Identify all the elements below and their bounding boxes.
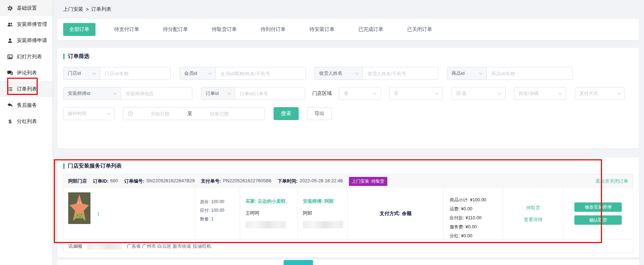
refund-close-link[interactable]: 退款并关闭订单 bbox=[596, 178, 628, 184]
subtotal-line: 商品小计: ¥100.00 bbox=[449, 196, 501, 205]
date-range-picker[interactable]: 至 bbox=[123, 107, 265, 120]
chevron-down-icon bbox=[435, 91, 439, 95]
receiver-filter-group: 收货人姓名 bbox=[314, 67, 438, 80]
payable-line: 应付款: ¥110.00 bbox=[449, 214, 501, 223]
street-select[interactable]: 街道/乡镇 bbox=[514, 87, 566, 100]
member-id-select[interactable]: 订单id会员id bbox=[180, 67, 216, 79]
export-button[interactable]: 导出 bbox=[307, 107, 332, 120]
chevron-down-icon bbox=[208, 71, 212, 74]
buyer-name: 王呵呵 bbox=[246, 210, 295, 216]
order-no-field: 订单编号:SN2205261622647B29 bbox=[124, 178, 195, 184]
product-id-select[interactable]: 商品id bbox=[447, 67, 487, 79]
order-table: 阿部门店 订单ID:680 订单编号:SN2205261622647B29 支付… bbox=[63, 174, 633, 253]
order-list-icon bbox=[7, 86, 13, 92]
chevron-down-icon bbox=[617, 91, 621, 95]
installer-phone-redacted bbox=[303, 221, 343, 228]
order-status-tabs: 全部订单 待支付订单 待分配订单 待取货订单 待到付订单 待安装订单 已完成订单… bbox=[57, 19, 639, 40]
end-date-input[interactable] bbox=[194, 111, 244, 116]
receiver-name-select[interactable]: 收货人姓名 bbox=[315, 67, 363, 79]
tab-all-orders[interactable]: 全部订单 bbox=[63, 23, 95, 36]
installer-cell: 安装师傅: 阿部 阿部 bbox=[298, 188, 348, 239]
order-id-select[interactable]: 订单id bbox=[201, 87, 235, 100]
title-accent-bar bbox=[63, 163, 65, 169]
installer-id-select[interactable]: 安装师傅id bbox=[64, 87, 121, 100]
product-filter-group: 商品id bbox=[447, 67, 573, 80]
district-select[interactable]: 区/县 bbox=[452, 87, 505, 100]
receiver-search-input[interactable] bbox=[363, 67, 438, 79]
confirm-pickup-button[interactable]: 确认取货 bbox=[574, 215, 622, 225]
sidebar-item-label: 基础设置 bbox=[17, 5, 37, 12]
chevron-down-icon bbox=[479, 71, 483, 74]
order-header-row: 阿部门店 订单ID:680 订单编号:SN2205261622647B29 支付… bbox=[64, 174, 633, 188]
sidebar-item-basic-settings[interactable]: 基础设置 bbox=[0, 0, 52, 16]
pay-method-select[interactable]: 支付方式 bbox=[575, 87, 625, 100]
service-fee-line: 服务费: ¥0.00 bbox=[449, 223, 501, 232]
receiver-address: 广东省 广州市 白云区 新市街道 拉油司机 bbox=[127, 243, 211, 250]
breadcrumb: 上门安装 > 订单列表 bbox=[57, 0, 639, 19]
quantity-text: 1 bbox=[97, 211, 99, 239]
chevron-down-icon bbox=[355, 71, 359, 74]
tab-pending-cod[interactable]: 待到付订单 bbox=[256, 23, 291, 36]
clock-icon bbox=[128, 111, 133, 116]
amounts-cell: 商品小计: ¥100.00 运费: ¥0.00 应付款: ¥110.00 服务费… bbox=[444, 188, 503, 239]
view-detail-link[interactable]: 查看详情 bbox=[524, 216, 542, 223]
title-accent-bar bbox=[63, 54, 65, 59]
cut-off-teal-button[interactable] bbox=[284, 260, 313, 265]
tab-completed[interactable]: 已完成订单 bbox=[353, 23, 388, 36]
tab-pending-payment[interactable]: 待支付订单 bbox=[109, 23, 144, 36]
operate-time-select[interactable]: 操作时间 bbox=[63, 107, 115, 120]
chevron-down-icon bbox=[228, 91, 231, 95]
filter-row-2: 安装师傅id 订单id 门店区域 省 市 区/县 街道/乡镇 支付方式 bbox=[63, 87, 633, 100]
region-label: 门店区域 bbox=[312, 90, 332, 97]
comments-icon bbox=[7, 70, 13, 76]
product-cell: 1 bbox=[64, 188, 195, 239]
chevron-down-icon bbox=[559, 91, 562, 95]
breadcrumb-separator: > bbox=[86, 6, 89, 12]
order-search-input[interactable] bbox=[235, 87, 305, 100]
installer-filter-group: 安装师傅id bbox=[63, 87, 192, 100]
filter-row-1: 门店id 订单id会员id 收货人姓名 商品id bbox=[63, 67, 633, 80]
modify-installer-button[interactable]: 修改安装师傅 bbox=[574, 202, 622, 212]
tab-pending-assignment[interactable]: 待分配订单 bbox=[158, 23, 193, 36]
sidebar-item-installer-management[interactable]: 安装师傅管理 bbox=[0, 16, 52, 32]
pagination-strip bbox=[57, 260, 639, 265]
status-badge: 上门安装 :待取货 bbox=[349, 177, 387, 186]
pay-method-cell: 支付方式: 余额 bbox=[347, 188, 444, 239]
sidebar-item-after-sale[interactable]: 售后服务 bbox=[0, 97, 52, 113]
sidebar-item-dividend[interactable]: $ 分红列表 bbox=[0, 113, 52, 129]
member-search-input[interactable] bbox=[216, 67, 305, 79]
tab-closed[interactable]: 已关闭订单 bbox=[402, 23, 437, 36]
chevron-down-icon bbox=[93, 71, 96, 74]
date-range-separator: 至 bbox=[187, 110, 192, 117]
search-button[interactable]: 搜索 bbox=[274, 107, 299, 120]
product-search-input[interactable] bbox=[487, 67, 572, 79]
province-select[interactable]: 省 bbox=[339, 87, 381, 100]
start-date-input[interactable] bbox=[135, 111, 185, 116]
sidebar-item-label: 分红列表 bbox=[17, 118, 37, 125]
tab-pending-install[interactable]: 待安装订单 bbox=[304, 23, 340, 36]
after-sale-icon bbox=[7, 102, 13, 108]
installer-search-input[interactable] bbox=[121, 87, 192, 100]
sidebar-item-installer-apply[interactable]: 安装师傅申请 bbox=[0, 32, 52, 49]
city-select[interactable]: 市 bbox=[389, 87, 443, 100]
pending-pickup-status: 待取货 bbox=[526, 205, 540, 211]
status-cell: 待取货 查看详情 bbox=[503, 188, 563, 239]
slides-icon bbox=[7, 54, 13, 60]
tab-pending-pickup[interactable]: 待取货订单 bbox=[207, 23, 242, 36]
sidebar-item-order-list[interactable]: 订单列表 bbox=[0, 81, 52, 97]
order-list-panel: 门店安装服务订单列表 阿部门店 订单ID:680 订单编号:SN22052616… bbox=[57, 157, 639, 257]
chevron-down-icon bbox=[113, 91, 117, 95]
filter-row-3: 操作时间 至 搜索 导出 bbox=[63, 107, 633, 120]
original-price: 原价: 100.00 bbox=[200, 197, 238, 206]
buyer-phone-redacted bbox=[246, 221, 286, 228]
quantity-line: 数量: 1 bbox=[200, 215, 238, 223]
breadcrumb-section[interactable]: 上门安装 bbox=[63, 6, 83, 13]
store-filter-group: 门店id bbox=[63, 67, 171, 80]
store-search-input[interactable] bbox=[100, 67, 171, 79]
sidebar-item-label: 订单列表 bbox=[17, 86, 37, 92]
installer-title: 安装师傅: 阿部 bbox=[303, 198, 345, 205]
store-id-select[interactable]: 门店id bbox=[64, 67, 100, 79]
receiver-name: 说漏嘴 bbox=[68, 243, 82, 250]
sidebar-item-slides[interactable]: 幻灯片列表 bbox=[0, 49, 52, 65]
sidebar-item-comments[interactable]: 评论列表 bbox=[0, 65, 52, 81]
